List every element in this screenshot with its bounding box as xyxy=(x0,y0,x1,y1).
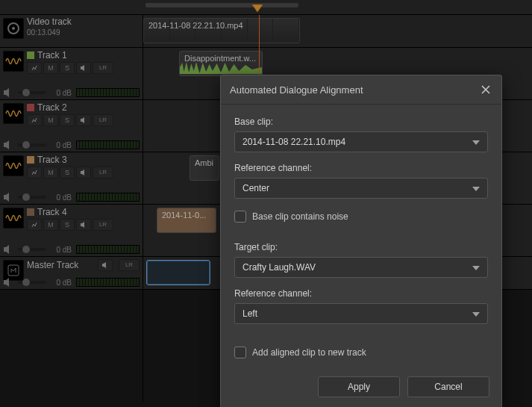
ref-channel-1-select[interactable]: Center xyxy=(234,178,488,199)
chevron-down-icon xyxy=(472,308,480,319)
add-new-checkbox-row[interactable]: Add aligned clip to new track xyxy=(234,347,488,358)
add-new-checkbox[interactable] xyxy=(234,347,246,358)
ref-channel-1-value: Center xyxy=(242,183,269,193)
add-new-checkbox-label: Add aligned clip to new track xyxy=(252,347,366,358)
target-clip-select[interactable]: Crafty Laugh.WAV xyxy=(234,257,488,278)
dialog-title-text: Automated Dialogue Alignment xyxy=(230,84,363,96)
ref-channel-1-label: Reference channel: xyxy=(234,163,488,173)
ada-dialog: Automated Dialogue Alignment Base clip: … xyxy=(220,75,502,407)
target-clip-value: Crafty Laugh.WAV xyxy=(242,262,316,273)
noise-checkbox[interactable] xyxy=(234,211,246,223)
ref-channel-2-select[interactable]: Left xyxy=(234,303,488,324)
cancel-button[interactable]: Cancel xyxy=(407,376,489,397)
base-clip-label: Base clip: xyxy=(234,116,488,127)
dialog-footer: Apply Cancel xyxy=(221,366,501,407)
chevron-down-icon xyxy=(472,262,480,273)
noise-checkbox-row[interactable]: Base clip contains noise xyxy=(234,211,488,223)
ref-channel-2-label: Reference channel: xyxy=(234,288,488,299)
dialog-titlebar[interactable]: Automated Dialogue Alignment xyxy=(221,75,501,105)
close-icon[interactable] xyxy=(479,83,492,96)
apply-button[interactable]: Apply xyxy=(318,376,400,397)
base-clip-value: 2014-11-08 22.21.10.mp4 xyxy=(242,137,345,147)
ref-channel-2-value: Left xyxy=(242,308,257,319)
dialog-body: Base clip: 2014-11-08 22.21.10.mp4 Refer… xyxy=(221,105,501,366)
chevron-down-icon xyxy=(472,183,480,193)
base-clip-select[interactable]: 2014-11-08 22.21.10.mp4 xyxy=(234,131,488,152)
noise-checkbox-label: Base clip contains noise xyxy=(252,211,348,222)
chevron-down-icon xyxy=(472,137,480,147)
target-clip-label: Target clip: xyxy=(234,242,488,252)
